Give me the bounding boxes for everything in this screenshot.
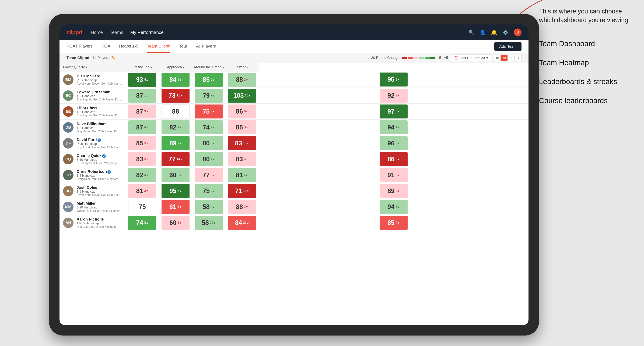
view-icons: ⊞ ▦ ≡ ↓ <box>494 55 522 61</box>
last-rounds-selector[interactable]: 📅 Last Rounds: 20 ▾ <box>451 54 492 61</box>
score-cell-around_green: 86 6▼ <box>226 103 259 119</box>
edit-icon[interactable]: ✏️ <box>111 56 116 60</box>
legend-bar <box>402 57 435 59</box>
score-box: 85 3▼ <box>228 120 256 134</box>
round-change: 20 Round Change -5 +5 📅 Last Rounds: 20 … <box>371 54 522 61</box>
score-value: 87 <box>136 92 143 99</box>
bell-icon[interactable]: 🔔 <box>491 29 497 35</box>
player-info: Aaron Nicholls 11-15 Handicap Drift Golf… <box>77 217 116 228</box>
chevron-down-icon: ▾ <box>486 56 488 60</box>
score-change: 4▲ <box>211 205 215 209</box>
score-value: 94 <box>388 124 394 131</box>
score-cell-around_green: 85 3▼ <box>226 119 259 135</box>
col-header-off-tee[interactable]: Off the Tee ▾ <box>126 63 159 72</box>
subnav-pga[interactable]: PGA <box>102 40 110 53</box>
score-value: 58 <box>202 219 209 226</box>
subnav-tour[interactable]: Tour <box>179 40 187 53</box>
player-club: Gog Magog Golf Club, United Kingdom <box>77 130 122 133</box>
subnav-hcaps[interactable]: Hcaps 1-5 <box>119 40 138 53</box>
heatmap-view-button[interactable]: ▦ <box>501 55 508 61</box>
annotation-item-course-leaderboards: Course leaderboards <box>539 96 637 106</box>
score-change: 4▼ <box>396 221 400 224</box>
score-value: 80 <box>203 156 210 163</box>
table-row[interactable]: CR Chris Robertson✓ 1-5 Handicap Craigmi… <box>60 167 528 183</box>
list-view-button[interactable]: ≡ <box>508 55 514 61</box>
nav-item-teams[interactable]: Teams <box>110 30 123 35</box>
subnav-team-clippd[interactable]: Team Clippd <box>147 40 170 53</box>
player-name: Josh Coles <box>77 185 122 190</box>
score-cell-quality: 87 1▲ <box>126 88 159 103</box>
score-box: 95 8▲ <box>162 184 190 198</box>
subnav-all-players[interactable]: All Players <box>196 40 216 53</box>
col-header-putting[interactable]: Putting ▾ <box>226 63 259 72</box>
col-header-player[interactable]: Player Quality ▾ <box>60 63 126 72</box>
table-row[interactable]: EE Elliot Ebert 1-5 Handicap Sunningdale… <box>60 103 528 119</box>
score-value: 95 <box>388 76 394 83</box>
legend-min: -5 <box>438 56 441 60</box>
score-change: 3▲ <box>211 141 215 145</box>
score-change: 15▲ <box>245 94 251 97</box>
legend-green-light <box>419 57 424 59</box>
verified-icon: ✓ <box>108 170 111 174</box>
player-avatar: MM <box>63 202 74 212</box>
score-cell-quality: 93 4▲ <box>126 72 159 88</box>
table-row[interactable]: MM Matt Miller 6-10 Handicap Woburn Golf… <box>60 199 528 215</box>
score-value: 73 <box>168 92 176 99</box>
score-box: 60 2▲ <box>162 168 190 182</box>
score-cell-quality: 87 3▼ <box>126 103 159 119</box>
table-row[interactable]: DB Dave Billingham 1-5 Handicap Gog Mago… <box>60 119 528 135</box>
score-cell-off_tee: 84 6▲ <box>159 72 192 88</box>
score-cell-off_tee: 82 4▲ <box>159 119 192 135</box>
add-team-button[interactable]: Add Team <box>494 42 522 51</box>
score-box: 61 3▼ <box>162 200 190 214</box>
player-club: Royal North Devon Golf Club, United King… <box>77 146 122 149</box>
subnav-pgat[interactable]: PGAT Players <box>66 40 93 53</box>
table-row[interactable]: EC Edward Crossman 1-5 Handicap Sunningd… <box>60 88 528 103</box>
nav-item-my-performance[interactable]: My Performance <box>130 30 164 35</box>
annotation-panel: This is where you can choose which dashb… <box>539 7 637 115</box>
score-box: 87 1▲ <box>128 89 156 103</box>
score-box: 89 7▲ <box>162 136 190 150</box>
table-row[interactable]: DF David Ford✓ Plus Handicap Royal North… <box>60 135 528 151</box>
score-cell-quality: 85 3▼ <box>126 135 159 151</box>
score-change: 14▼ <box>176 157 182 161</box>
score-box: 92 3▼ <box>380 89 408 103</box>
table-row[interactable]: AN Aaron Nicholls 11-15 Handicap Drift G… <box>60 215 528 231</box>
score-box: 88 <box>162 105 190 119</box>
player-name: Chris Robertson✓ <box>77 169 118 174</box>
col-header-approach[interactable]: Approach ▾ <box>159 63 192 72</box>
table-row[interactable]: CQ Charlie Quick✓ 6-10 Handicap St. Geor… <box>60 151 528 167</box>
score-change: 10▼ <box>243 141 249 145</box>
score-box: 80 3▲ <box>195 136 223 150</box>
player-club: Craigmillar Park, United Kingdom <box>77 177 118 181</box>
score-value: 95 <box>170 187 176 195</box>
score-box: 77 14▼ <box>162 152 190 166</box>
avatar[interactable]: U <box>514 28 522 36</box>
score-value: 82 <box>170 124 176 131</box>
settings-icon[interactable]: ⚙️ <box>502 29 508 35</box>
search-icon[interactable]: 🔍 <box>468 29 474 35</box>
score-cell-quality: 81 3▼ <box>126 183 159 199</box>
score-cell-putting: 85 4▼ <box>259 215 528 231</box>
user-icon[interactable]: 👤 <box>480 29 486 35</box>
col-header-around-green[interactable]: Around the Green ▾ <box>192 63 226 72</box>
score-box: 86 6▼ <box>228 105 256 119</box>
grid-view-button[interactable]: ⊞ <box>494 55 500 61</box>
score-box: 86 8▼ <box>380 152 408 166</box>
player-name: Edward Crossman <box>77 90 122 94</box>
score-box: 88 1▼ <box>228 73 256 87</box>
player-table-container: Player Quality ▾ Off the Tee ▾ Approach … <box>60 63 528 325</box>
score-value: 82 <box>136 172 143 179</box>
score-change: 10▲ <box>210 221 216 224</box>
table-row[interactable]: JC Josh Coles 1-5 Handicap Royal North D… <box>60 183 528 199</box>
download-button[interactable]: ↓ <box>515 55 522 61</box>
score-cell-approach: 80 3▲ <box>192 135 226 151</box>
nav-item-home[interactable]: Home <box>91 30 103 35</box>
score-box: 83 6▼ <box>228 152 256 166</box>
player-cell: DB Dave Billingham 1-5 Handicap Gog Mago… <box>60 119 126 135</box>
score-box: 79 9▲ <box>195 89 223 103</box>
score-change: 6▼ <box>244 157 248 161</box>
score-change: 8▲ <box>211 78 215 81</box>
last-rounds-label: 📅 Last Rounds: 20 <box>454 56 485 60</box>
table-row[interactable]: BM Blair McHarg Plus Handicap Royal Nort… <box>60 72 528 88</box>
